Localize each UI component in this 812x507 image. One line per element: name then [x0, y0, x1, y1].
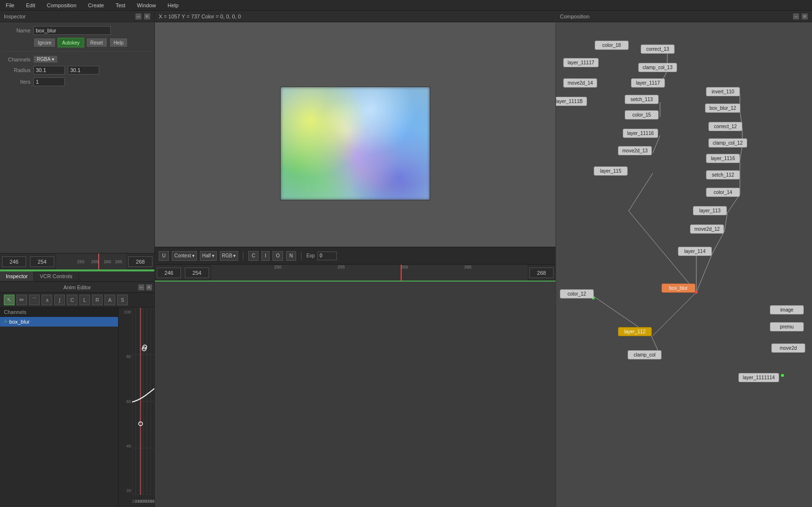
- node-move2d-12[interactable]: move2d_12: [690, 224, 724, 234]
- anim-toolbar: ↖ ✏ ⌒ ∧ ∫ C L R A S: [0, 293, 154, 308]
- radius-x-input[interactable]: [33, 66, 65, 75]
- tool-arrow[interactable]: ↖: [4, 295, 15, 305]
- viewer-n-btn[interactable]: N: [286, 251, 296, 261]
- node-correct-13[interactable]: correct_13: [641, 45, 675, 54]
- node-clamp-col[interactable]: clamp_col: [628, 350, 662, 359]
- node-layer-114[interactable]: layer_114: [678, 247, 712, 256]
- exp-input[interactable]: [317, 252, 337, 260]
- node-layer-11117[interactable]: layer_11117: [563, 58, 599, 67]
- viewer-context-dropdown[interactable]: Context ▾: [172, 251, 196, 261]
- btn-row: Ignore Autokey Reset Help: [4, 38, 150, 47]
- panel-minimize-btn[interactable]: ─: [135, 13, 142, 20]
- ignore-btn[interactable]: Ignore: [33, 38, 56, 47]
- svg-point-39: [781, 374, 784, 377]
- bottom-tabs: Inspector VCR Controls: [0, 270, 154, 282]
- menu-edit[interactable]: Edit: [24, 1, 37, 9]
- panel-close-btn[interactable]: ✕: [144, 13, 150, 20]
- autokey-btn[interactable]: Autokey: [58, 38, 84, 47]
- viewer-o-btn[interactable]: O: [272, 251, 283, 261]
- node-layer-11116[interactable]: layer_11116: [623, 129, 658, 138]
- help-btn[interactable]: Help: [109, 38, 128, 47]
- reset-btn[interactable]: Reset: [86, 38, 107, 47]
- comp-close-btn[interactable]: ✕: [801, 13, 808, 20]
- timeline-track[interactable]: 250 255 260 265: [56, 254, 126, 269]
- tab-inspector[interactable]: Inspector: [0, 271, 34, 281]
- node-connections: [556, 22, 812, 507]
- node-move2d-13[interactable]: move2d_13: [618, 146, 652, 155]
- name-input[interactable]: [33, 26, 111, 35]
- name-row: Name: [4, 26, 150, 35]
- viewer-timeline-track[interactable]: 250 255 260 265: [211, 265, 527, 281]
- curve-area[interactable]: 100 80 60 40 20: [119, 308, 154, 507]
- tool-curve[interactable]: ⌒: [29, 295, 40, 305]
- channels-dropdown[interactable]: RGBA ▾: [33, 56, 58, 63]
- node-correct-12[interactable]: correct_12: [708, 122, 742, 131]
- node-clamp-col-12[interactable]: clamp_col_12: [708, 138, 747, 148]
- y-label-100: 100: [120, 310, 131, 314]
- node-setch-113[interactable]: setch_113: [625, 95, 659, 104]
- node-layer-11118[interactable]: layer_1111B: [556, 97, 587, 106]
- menu-file[interactable]: File: [4, 1, 16, 9]
- viewer-i-btn[interactable]: I: [261, 251, 270, 261]
- node-layer-1116[interactable]: layer_1116: [706, 154, 740, 163]
- menu-create[interactable]: Create: [86, 1, 106, 9]
- anim-editor-header: Anim Editor ─ ✕: [0, 282, 154, 293]
- node-layer-115[interactable]: layer_115: [594, 166, 628, 176]
- node-layer-112[interactable]: layer_112: [618, 327, 652, 336]
- node-box-blur-12[interactable]: box_blur_12: [705, 104, 740, 113]
- channel-plus-icon: +: [4, 318, 7, 325]
- anim-minimize-btn[interactable]: ─: [138, 284, 145, 291]
- menu-composition[interactable]: Composition: [45, 1, 78, 9]
- channel-label: box_blur: [9, 319, 30, 325]
- menu-window[interactable]: Window: [135, 1, 158, 9]
- anim-editor-title: Anim Editor: [63, 284, 91, 290]
- tool-r[interactable]: R: [92, 295, 103, 305]
- menu-test[interactable]: Test: [114, 1, 127, 9]
- tool-smooth[interactable]: ∫: [54, 295, 65, 305]
- node-color-15[interactable]: color_15: [625, 110, 659, 119]
- radius-label: Radius: [4, 67, 30, 73]
- channel-list: Channels + box_blur: [0, 308, 119, 507]
- node-layer-1117[interactable]: layer_1117: [631, 78, 665, 88]
- node-invert-110[interactable]: invert_110: [706, 87, 740, 96]
- channel-item-box-blur[interactable]: + box_blur: [0, 317, 118, 327]
- viewer-rgb-dropdown[interactable]: RGB ▾: [220, 251, 239, 261]
- node-layer-1111114[interactable]: layer_1111114: [738, 373, 779, 382]
- channels-row: Channels RGBA ▾: [4, 56, 150, 63]
- iters-input[interactable]: [33, 77, 65, 86]
- node-move2d-14[interactable]: move2d_14: [563, 78, 597, 88]
- node-image[interactable]: image: [770, 305, 804, 314]
- viewer-c-btn[interactable]: C: [248, 251, 258, 261]
- comp-canvas[interactable]: color_18 correct_13 clamp_col_13 layer_1…: [556, 22, 812, 507]
- node-layer-113[interactable]: layer_113: [693, 206, 727, 215]
- exp-label: Exp: [306, 253, 315, 258]
- comp-minimize-btn[interactable]: ─: [793, 13, 799, 20]
- tool-l[interactable]: L: [79, 295, 90, 305]
- tab-vcr-controls[interactable]: VCR Controls: [34, 271, 78, 281]
- radius-row: Radius: [4, 66, 150, 75]
- node-clamp-col-13[interactable]: clamp_col_13: [638, 63, 677, 72]
- radius-y-input[interactable]: [68, 66, 99, 75]
- viewer-half-dropdown[interactable]: Half ▾: [200, 251, 217, 261]
- tool-spike[interactable]: ∧: [42, 295, 52, 305]
- vtime-265: 265: [464, 265, 471, 269]
- tool-c[interactable]: C: [67, 295, 77, 305]
- node-setch-112[interactable]: setch_112: [706, 170, 740, 179]
- node-premu[interactable]: premu: [770, 322, 804, 331]
- channels-value: RGBA: [37, 57, 50, 62]
- node-color-12[interactable]: color_12: [560, 289, 594, 298]
- anim-close-btn[interactable]: ✕: [146, 284, 152, 291]
- tool-pen[interactable]: ✏: [16, 295, 27, 305]
- tool-a[interactable]: A: [105, 295, 115, 305]
- divider1: [4, 51, 150, 52]
- menu-help[interactable]: Help: [165, 1, 180, 9]
- node-box-blur[interactable]: box_blur: [662, 283, 695, 293]
- viewer-u-btn[interactable]: U: [159, 251, 169, 261]
- svg-line-31: [724, 213, 727, 231]
- node-color-18[interactable]: color_18: [595, 41, 629, 50]
- tool-s[interactable]: S: [117, 295, 128, 305]
- svg-line-30: [727, 194, 740, 213]
- node-move2d[interactable]: move2d: [771, 343, 805, 353]
- node-color-14[interactable]: color_14: [706, 188, 740, 197]
- time-260: 260: [104, 259, 111, 264]
